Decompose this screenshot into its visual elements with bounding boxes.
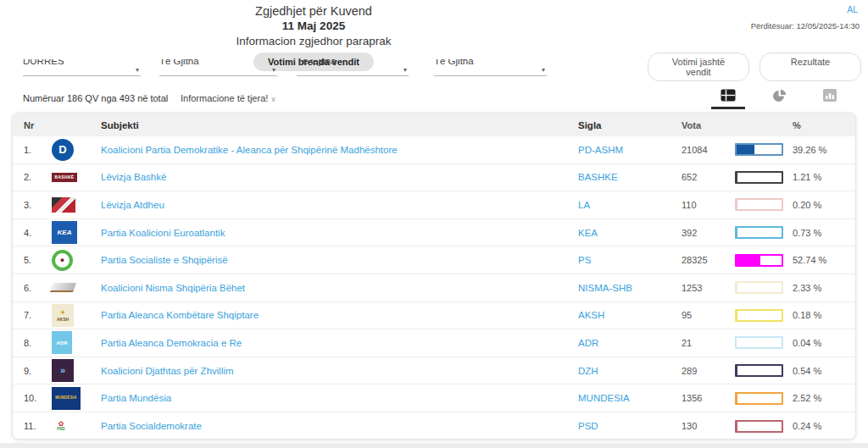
percent-bar <box>735 254 783 267</box>
chevron-down-icon: ▾ <box>542 66 545 74</box>
row-number: 1. <box>13 145 52 155</box>
bar-chart-view-button[interactable] <box>813 89 847 109</box>
party-name-link[interactable]: Koalicioni Partia Demokratike - Aleanca … <box>101 145 398 155</box>
party-logo: D <box>52 139 101 161</box>
tab-votimi-jashte-vendit[interactable]: Votimi jashtë vendit <box>648 53 749 81</box>
column-header-percent: % <box>788 120 855 130</box>
filter-select-3[interactable]: Të Gjitha ▾ <box>297 59 409 76</box>
percent-bar <box>735 392 783 405</box>
party-name-link[interactable]: Partia Mundësia <box>101 393 171 403</box>
vote-count: 21084 <box>670 145 725 155</box>
header-buttons: Votimi jashtë vendit Rezultate <box>648 53 861 81</box>
party-name-link[interactable]: Partia Socialdemokrate <box>101 421 202 431</box>
party-sigla-link[interactable]: NISMA-SHB <box>578 283 632 293</box>
party-name-link[interactable]: Koalicioni Djathtas për Zhvillim <box>101 366 234 376</box>
row-number: 2. <box>13 172 52 182</box>
party-sigla-link[interactable]: KEA <box>578 228 598 238</box>
filter-select-4[interactable]: Të Gjitha ▾ <box>434 59 547 76</box>
party-sigla-link[interactable]: PD-ASHM <box>578 145 623 155</box>
percent-label: 0.04 % <box>788 338 855 348</box>
percent-bar-fill <box>737 145 754 154</box>
filter-select-value: Të Gjitha <box>159 59 277 66</box>
party-sigla-link[interactable]: MUNDESIA <box>578 393 630 403</box>
percent-label: 39.26 % <box>788 145 855 155</box>
party-sigla-link[interactable]: PSD <box>578 421 598 431</box>
table-row: 7. ✦AKSH Partia Aleanca Kombëtare Shqipt… <box>13 302 855 330</box>
percent-bar-fill <box>737 173 737 182</box>
table-row: 4. KEA Partia Koalicioni Euroatlantik KE… <box>13 219 855 247</box>
party-sigla-link[interactable]: BASHKE <box>578 172 618 182</box>
table-row: 11. ✿PSD Partia Socialdemokrate PSD 130 … <box>13 412 855 440</box>
party-name-link[interactable]: Lëvizja Atdheu <box>101 200 164 210</box>
row-number: 3. <box>13 200 52 210</box>
row-number: 9. <box>13 366 52 376</box>
party-sigla-link[interactable]: DZH <box>578 366 598 376</box>
pie-chart-icon <box>772 89 787 103</box>
column-header-subjekti: Subjekti <box>101 120 566 130</box>
counted-status: Numëruar 186 QV nga 493 në total <box>23 93 168 103</box>
filter-select-value: DURRES <box>23 59 141 66</box>
filter-select-2[interactable]: Të Gjitha ▾ <box>159 59 277 76</box>
row-number: 6. <box>13 283 52 293</box>
vote-count: 21 <box>670 338 725 348</box>
row-number: 5. <box>13 255 52 265</box>
chevron-down-icon: ∨ <box>270 95 276 103</box>
party-name-link[interactable]: Partia Aleanca Kombëtare Shqiptare <box>101 310 259 320</box>
party-sigla-link[interactable]: ADR <box>578 338 598 348</box>
party-logo: KEA <box>52 221 101 244</box>
language-link[interactable]: AL <box>847 4 858 14</box>
percent-label: 52.74 % <box>788 255 855 265</box>
column-header-sigla: Sigla <box>566 120 670 130</box>
page-subtitle: Informacion zgjedhor paraprak <box>0 34 627 49</box>
filter-select-value: Të Gjitha <box>434 59 547 66</box>
table-row: 1. D Koalicioni Partia Demokratike - Ale… <box>13 136 855 164</box>
percent-bar <box>735 336 783 349</box>
filter-select-value: Të Gjitha <box>297 59 409 66</box>
party-sigla-link[interactable]: PS <box>578 255 591 265</box>
pie-chart-view-button[interactable] <box>762 89 796 109</box>
row-number: 10. <box>13 393 52 403</box>
percent-label: 0.54 % <box>788 366 855 376</box>
party-name-link[interactable]: Partia Aleanca Demokracia e Re <box>101 338 242 348</box>
percent-label: 2.52 % <box>788 393 855 403</box>
party-name-link[interactable]: Koalicioni Nisma Shqipëria Bëhet <box>101 283 245 293</box>
party-name-link[interactable]: Partia Socialiste e Shqipërisë <box>101 255 228 265</box>
party-logo: ADR <box>52 331 101 354</box>
percent-bar <box>735 171 783 184</box>
election-results-page: Zgjedhjet për Kuvend 11 Maj 2025 Informa… <box>0 0 868 448</box>
filter-select-region[interactable]: DURRES ▾ <box>23 59 141 76</box>
vote-count: 1356 <box>670 393 725 403</box>
table-view-button[interactable] <box>711 89 745 109</box>
tab-rezultate[interactable]: Rezultate <box>760 53 861 81</box>
party-name-link[interactable]: Lëvizja Bashkë <box>101 172 166 182</box>
percent-label: 0.20 % <box>788 200 855 210</box>
vote-count: 289 <box>670 366 725 376</box>
vote-count: 95 <box>670 310 725 320</box>
party-logo: ✿PSD <box>52 415 101 438</box>
election-date: 11 Maj 2025 <box>0 19 627 34</box>
vote-count: 130 <box>670 421 725 431</box>
party-logo-symbol: ✦ <box>59 309 66 317</box>
percent-bar <box>735 198 783 211</box>
more-info-toggle[interactable]: Informacione të tjera!∨ <box>181 93 276 103</box>
table-row: 5. ● Partia Socialiste e Shqipërisë PS 2… <box>13 246 855 274</box>
vote-count: 110 <box>670 200 725 210</box>
party-sigla-link[interactable]: AKSH <box>578 310 604 320</box>
percent-bar <box>735 420 783 433</box>
percent-bar-fill <box>737 256 760 265</box>
column-header-vota: Vota <box>670 120 725 130</box>
percent-bar-fill <box>737 283 737 292</box>
table-row: 2. BASHKË Lëvizja Bashkë BASHKE 652 1.21… <box>13 164 855 192</box>
party-name-link[interactable]: Partia Koalicioni Euroatlantik <box>101 228 225 238</box>
party-logo-text: D <box>58 144 66 155</box>
chevron-down-icon: ▾ <box>136 66 139 74</box>
page-title: Zgjedhjet për Kuvend <box>0 3 627 19</box>
party-logo: ✦AKSH <box>52 304 101 327</box>
party-logo-symbol: ● <box>60 257 64 264</box>
vote-count: 392 <box>670 228 725 238</box>
chevron-down-icon: ▾ <box>403 66 407 74</box>
results-table: Nr Subjekti Sigla Vota % 1. D Koalicioni… <box>12 113 856 440</box>
vote-count: 1253 <box>670 283 725 293</box>
party-sigla-link[interactable]: LA <box>578 200 590 210</box>
party-logo <box>52 283 101 292</box>
